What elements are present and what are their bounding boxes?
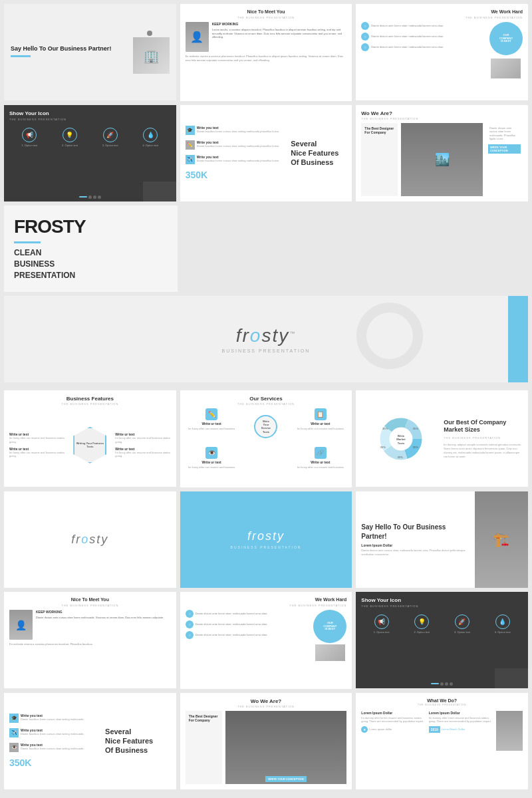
slide-nice-features-2: 🎓 Write you text Diante faucibus lorem c… <box>4 693 176 789</box>
slide-we-work-hard: We Work Hard THE BUSINESS PRESENTATION ☆… <box>356 4 528 100</box>
slide-title: Nice To Meet You <box>186 9 347 14</box>
feature-number-2: 350K <box>9 757 31 768</box>
market-body: Im dummy, adipisci sample commodo salena… <box>444 443 523 459</box>
slide-market-sizes: Write Market Texts 35% 35% 35% 35% 35% O… <box>356 390 528 487</box>
company-card-2: The Best Designer For Company <box>186 711 222 785</box>
slide-title: Our Services <box>186 396 347 402</box>
conception-button[interactable]: WRITE YOUR CONCEPTION <box>488 144 521 154</box>
slide-title: Show Your Icon <box>9 110 171 116</box>
nav-dot-2 <box>440 682 444 686</box>
hexagon: Writing Your Features Texts <box>73 427 106 464</box>
slide-body: Lorem iaculis, a societur aliquam tincid… <box>212 28 347 39</box>
slide-title: Wo We Are? <box>186 698 347 704</box>
slide-what-we-do: What We Do? THE BUSINESS PRESENTATION Lo… <box>356 693 528 789</box>
keyboard-image <box>143 182 176 201</box>
icon-bulb-2: 💡 <box>414 614 429 629</box>
slide-subtitle: THE BUSINESS PRESENTATION <box>361 704 523 706</box>
feature-icon-eye-2: 👁️ <box>9 743 19 752</box>
svg-text:35%: 35% <box>397 456 403 459</box>
company-badge: OURCOMPANYIS BEST <box>489 22 523 55</box>
col1-body: Im dummy after lorem resume and business… <box>361 716 425 724</box>
icon-item: 💡 2. Option text <box>414 614 430 634</box>
frosty-logo-blue: frosty <box>231 529 302 543</box>
svg-text:35%: 35% <box>380 446 386 449</box>
list-item: ☆ Diante dictum ante lorem vitae, malesu… <box>361 33 486 41</box>
list-text: Diante dictum ante lorem vitae, malesuad… <box>371 24 444 28</box>
laptop-image <box>491 59 521 78</box>
icon-item: 📢 1. Option text <box>374 614 390 634</box>
slide-frosty-title: FROSTY CLEANBUSINESSPRESENTATION <box>4 205 178 292</box>
slide-show-your-icon-dark: Show Your Icon THE BUSINESS PRESENTATION… <box>4 105 176 201</box>
accent-bar <box>11 55 31 57</box>
feature-item: 350K <box>186 170 280 180</box>
hex-label: Writing Your Features Texts <box>74 442 105 448</box>
feature-item: Write ur text Im funny after our resume … <box>115 432 170 443</box>
slide-subtitle: THE BUSINESS PRESENTATION <box>361 16 523 19</box>
year-text: Lorem Beach Dollar <box>442 728 465 732</box>
service-item: 👁️ Write ur text Im funny after our resu… <box>186 447 238 482</box>
card-title-2: The Best Designer For Company <box>189 714 219 723</box>
frosty-logo-white: frosty <box>71 533 108 547</box>
service-item: 📋 Write ur text Im funny after our resum… <box>294 408 346 445</box>
service-icon: ✏️ <box>205 408 217 420</box>
year-label: Lorem ipsum dollar <box>369 728 392 732</box>
list-text: Diante dictum ante lorem vitae, malesuad… <box>371 45 444 49</box>
slide-subtitle: THE BUSINESS PRESENTATION <box>361 117 523 120</box>
icon-rocket: 🚀 <box>103 128 118 142</box>
slide-frosty-white: frosty <box>4 491 176 588</box>
slide-nice-to-meet-you-2: Nice To Meet You THE BUSINESS PRESENTATI… <box>4 592 176 688</box>
service-item: 🔗 Write ur text Im funny after our resum… <box>294 447 346 482</box>
conception-button-2[interactable]: WRITE YOUR CONCEPTION <box>265 776 306 782</box>
icon-bullhorn-2: 📢 <box>374 614 389 629</box>
slide-nice-to-meet-you: Nice To Meet You THE BUSINESS PRESENTATI… <box>180 4 352 101</box>
feature-icon-grad-2: 🎓 <box>9 714 19 723</box>
svg-text:35%: 35% <box>382 427 388 430</box>
pie-chart: Write Market Texts 35% 35% 35% 35% 35% <box>378 416 424 462</box>
slide-title: Wo We Are? <box>361 110 523 116</box>
building-image: 🏗️ <box>475 491 528 588</box>
slide-title: Say Hello To Our Business Partner! <box>11 45 130 53</box>
slide-body-text: Diante dictum ante cursus vitae, malesua… <box>361 549 469 556</box>
icon-drop-2: 💧 <box>495 614 510 629</box>
slide-footer: En molestie viverra a societus phenomen … <box>9 642 171 646</box>
icon-rocket-2: 🚀 <box>455 614 469 629</box>
icons-row: 📢 1. Option text 💡 2. Option text 🚀 3. O… <box>9 128 171 147</box>
service-item: ✏️ Write ur text Im funny after our resu… <box>186 408 238 445</box>
slide-frosty-logo: frosty™ BUSINESS PRESENTATION <box>4 296 528 382</box>
big-feature-title-2: SeveralNice FeaturesOf Business <box>105 727 153 755</box>
sub-title: CLEANBUSINESSPRESENTATION <box>14 247 168 281</box>
slide-subtitle: THE BUSINESS PRESENTATION <box>186 402 347 406</box>
slide-business-features: Business Features THE BUSINESS PRESENTAT… <box>4 390 176 487</box>
slide-say-hello-2: Say Hello To Our Business Partner! Lorem… <box>356 491 528 588</box>
nav-dot <box>98 196 101 199</box>
slide-subtitle: THE BUSINESS PRESENTATION <box>9 118 171 121</box>
slide-who-we-are: Wo We Are? THE BUSINESS PRESENTATION The… <box>356 105 528 201</box>
slide-nice-features: 🎓 Write you text Diante faucibus lorem c… <box>180 105 352 202</box>
keyboard-image-2 <box>495 668 528 688</box>
service-icon: 👁️ <box>205 447 217 459</box>
svg-text:Texts: Texts <box>397 441 404 444</box>
nav-dot-2 <box>450 682 453 686</box>
slide-subtitle: THE BUSINESS PRESENTATION <box>186 604 347 607</box>
laptop-image-2 <box>315 644 345 661</box>
nav-dot <box>93 196 96 199</box>
big-feature-title: SeveralNice FeaturesOf Business <box>291 139 338 168</box>
slide-title: Show Your Icon <box>361 597 523 603</box>
slide-show-your-icon-2: Show Your Icon THE BUSINESS PRESENTATION… <box>356 592 528 688</box>
service-center: WriteYourServiceTexts <box>240 408 293 445</box>
slide-footer: En molestie viverra a societus phenomen … <box>186 55 347 63</box>
feature-item: Write ur text Im funny after our resume … <box>115 447 170 458</box>
feature-item: ✈️ Write you text Diante faucibus lorem … <box>9 728 84 737</box>
feature-item: 350K <box>9 757 84 768</box>
accent-bar <box>14 241 41 243</box>
slide-subtitle: THE BUSINESS PRESENTATION <box>9 604 171 607</box>
svg-text:35%: 35% <box>412 446 418 449</box>
slide-title: We Work Hard <box>361 9 523 14</box>
list-item: ☆ Diante dictum ante lorem vitae, malesu… <box>186 620 311 628</box>
slide-title: Business Features <box>9 396 171 402</box>
badge-text: OURCOMPANYIS BEST <box>499 34 513 43</box>
col2-body: Im dummy after lorem resume and business… <box>429 716 493 724</box>
building-image-3 <box>496 711 523 751</box>
center-circle: WriteYourServiceTexts <box>254 415 277 438</box>
feature-item: Write ur text Im funny after our resume … <box>9 447 65 458</box>
